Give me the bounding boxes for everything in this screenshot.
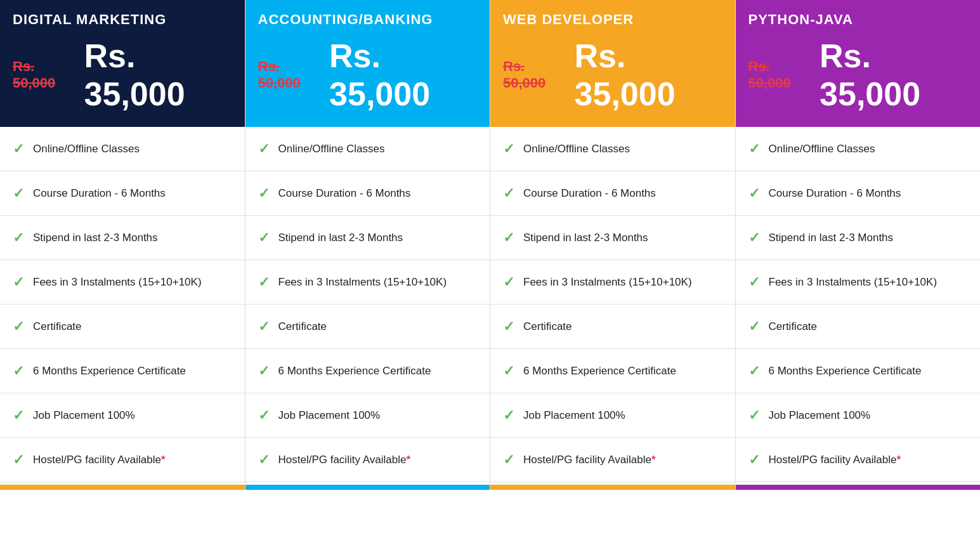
feature-text: Online/Offline Classes (278, 143, 385, 155)
feature-text: Stipend in last 2-3 Months (523, 232, 648, 244)
check-icon: ✓ (748, 141, 760, 157)
feature-text: 6 Months Experience Certificate (769, 365, 922, 378)
price-row-python-java: Rs. 50,000Rs. 35,000 (748, 37, 968, 113)
feature-item: ✓6 Months Experience Certificate (0, 349, 245, 393)
feature-item: ✓Hostel/PG facility Available* (0, 438, 245, 482)
feature-item: ✓Fees in 3 Instalments (15+10+10K) (0, 260, 245, 305)
check-icon: ✓ (503, 407, 514, 424)
feature-text: Fees in 3 Instalments (15+10+10K) (33, 276, 202, 289)
feature-text: Hostel/PG facility Available* (523, 454, 656, 466)
feature-text: Certificate (769, 320, 818, 333)
check-icon: ✓ (13, 319, 24, 335)
check-icon: ✓ (258, 319, 270, 335)
features-list-web-developer: ✓Online/Offline Classes✓Course Duration … (490, 127, 735, 482)
check-icon: ✓ (258, 274, 270, 291)
feature-text: 6 Months Experience Certificate (33, 365, 186, 378)
check-icon: ✓ (258, 230, 270, 246)
bottom-bar-python-java (736, 485, 981, 490)
check-icon: ✓ (13, 185, 24, 202)
feature-item: ✓Online/Offline Classes (0, 127, 245, 171)
feature-text: Certificate (278, 320, 327, 333)
feature-item: ✓Stipend in last 2-3 Months (490, 216, 735, 260)
feature-item: ✓6 Months Experience Certificate (490, 349, 735, 393)
check-icon: ✓ (13, 363, 24, 379)
pricing-table: DIGITAL MARKETINGRs. 50,000Rs. 35,000✓On… (0, 0, 980, 490)
feature-item: ✓Job Placement 100% (0, 393, 245, 438)
feature-text: Certificate (523, 320, 572, 333)
asterisk-marker: * (161, 454, 166, 466)
feature-item: ✓Job Placement 100% (490, 393, 735, 438)
check-icon: ✓ (503, 319, 514, 335)
plan-title-accounting-banking: ACCOUNTING/BANKING (258, 11, 478, 28)
check-icon: ✓ (503, 141, 514, 157)
feature-text: Stipend in last 2-3 Months (278, 232, 403, 244)
feature-text: Online/Offline Classes (769, 143, 875, 155)
check-icon: ✓ (503, 230, 514, 246)
feature-text: Fees in 3 Instalments (15+10+10K) (523, 276, 692, 289)
feature-text: Fees in 3 Instalments (15+10+10K) (278, 276, 447, 289)
feature-text: Job Placement 100% (33, 409, 135, 422)
check-icon: ✓ (748, 185, 760, 202)
plan-col-accounting-banking: ACCOUNTING/BANKINGRs. 50,000Rs. 35,000✓O… (245, 0, 491, 490)
feature-text: 6 Months Experience Certificate (523, 365, 676, 378)
old-price-accounting-banking: Rs. 50,000 (258, 58, 321, 91)
feature-text: Hostel/PG facility Available* (278, 454, 411, 466)
feature-item: ✓Job Placement 100% (245, 393, 490, 438)
feature-text: Course Duration - 6 Months (33, 187, 166, 200)
bottom-bar-accounting-banking (245, 485, 490, 490)
features-list-python-java: ✓Online/Offline Classes✓Course Duration … (736, 127, 981, 482)
plan-title-python-java: PYTHON-JAVA (748, 11, 968, 28)
check-icon: ✓ (258, 141, 270, 157)
feature-text: Fees in 3 Instalments (15+10+10K) (769, 276, 938, 289)
plan-title-digital-marketing: DIGITAL MARKETING (13, 11, 232, 28)
check-icon: ✓ (503, 274, 514, 291)
check-icon: ✓ (258, 363, 270, 379)
feature-item: ✓Certificate (245, 305, 490, 349)
feature-item: ✓Course Duration - 6 Months (490, 171, 735, 216)
feature-item: ✓Hostel/PG facility Available* (245, 438, 490, 482)
feature-item: ✓Course Duration - 6 Months (736, 171, 981, 216)
new-price-python-java: Rs. 35,000 (820, 37, 967, 113)
check-icon: ✓ (748, 363, 760, 379)
check-icon: ✓ (13, 274, 24, 291)
feature-text: Job Placement 100% (769, 409, 871, 422)
feature-item: ✓Job Placement 100% (736, 393, 981, 438)
feature-item: ✓Online/Offline Classes (490, 127, 735, 171)
new-price-web-developer: Rs. 35,000 (575, 37, 722, 113)
feature-text: Online/Offline Classes (523, 143, 630, 155)
feature-text: Stipend in last 2-3 Months (769, 232, 894, 244)
price-row-accounting-banking: Rs. 50,000Rs. 35,000 (258, 37, 478, 113)
new-price-digital-marketing: Rs. 35,000 (84, 37, 232, 113)
price-row-digital-marketing: Rs. 50,000Rs. 35,000 (13, 37, 232, 113)
check-icon: ✓ (748, 319, 760, 335)
asterisk-marker: * (406, 454, 410, 466)
feature-item: ✓6 Months Experience Certificate (245, 349, 490, 393)
old-price-digital-marketing: Rs. 50,000 (13, 58, 75, 91)
check-icon: ✓ (748, 230, 760, 246)
old-price-web-developer: Rs. 50,000 (503, 58, 566, 91)
plan-title-web-developer: WEB DEVELOPER (503, 11, 722, 28)
bottom-bar-web-developer (490, 485, 735, 490)
plan-header-web-developer: WEB DEVELOPERRs. 50,000Rs. 35,000 (490, 0, 735, 127)
plan-col-web-developer: WEB DEVELOPERRs. 50,000Rs. 35,000✓Online… (490, 0, 736, 490)
feature-item: ✓Fees in 3 Instalments (15+10+10K) (490, 260, 735, 305)
feature-item: ✓Hostel/PG facility Available* (736, 438, 981, 482)
feature-item: ✓Fees in 3 Instalments (15+10+10K) (245, 260, 490, 305)
feature-item: ✓Fees in 3 Instalments (15+10+10K) (736, 260, 981, 305)
feature-text: Job Placement 100% (523, 409, 625, 422)
feature-text: 6 Months Experience Certificate (278, 365, 431, 378)
check-icon: ✓ (748, 452, 760, 468)
plan-col-python-java: PYTHON-JAVARs. 50,000Rs. 35,000✓Online/O… (736, 0, 981, 490)
feature-text: Online/Offline Classes (33, 143, 140, 155)
feature-text: Job Placement 100% (278, 409, 381, 422)
feature-item: ✓Course Duration - 6 Months (245, 171, 490, 216)
feature-text: Stipend in last 2-3 Months (33, 232, 158, 244)
price-row-web-developer: Rs. 50,000Rs. 35,000 (503, 37, 722, 113)
check-icon: ✓ (13, 407, 24, 424)
features-list-digital-marketing: ✓Online/Offline Classes✓Course Duration … (0, 127, 245, 482)
plan-header-accounting-banking: ACCOUNTING/BANKINGRs. 50,000Rs. 35,000 (245, 0, 490, 127)
feature-item: ✓Certificate (490, 305, 735, 349)
feature-item: ✓Stipend in last 2-3 Months (0, 216, 245, 260)
bottom-bar-digital-marketing (0, 485, 245, 490)
features-list-accounting-banking: ✓Online/Offline Classes✓Course Duration … (245, 127, 490, 482)
